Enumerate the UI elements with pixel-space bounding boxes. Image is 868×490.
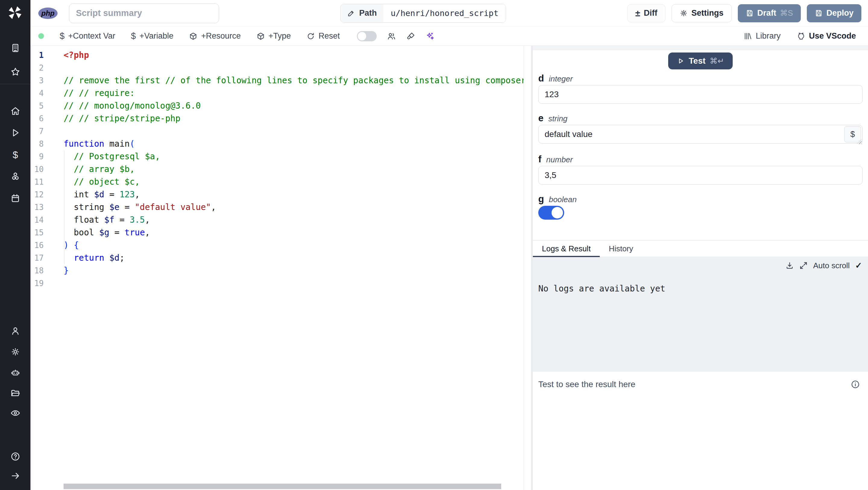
summary-input[interactable]	[69, 3, 219, 23]
code-line[interactable]: 10 // array $b,	[30, 163, 524, 176]
favorites-star-icon[interactable]	[10, 67, 21, 77]
field-d: d integer	[538, 73, 863, 104]
autoscroll-check-icon[interactable]: ✓	[855, 261, 862, 270]
deploy-button[interactable]: Deploy	[807, 4, 861, 22]
status-dot	[38, 33, 44, 39]
field-type: number	[546, 155, 572, 165]
test-row: Test ⌘↵	[533, 50, 868, 73]
workers-robot-icon[interactable]	[10, 368, 21, 378]
code-line[interactable]: 9 // Postgresql $a,	[30, 150, 524, 163]
help-icon[interactable]	[10, 451, 21, 462]
library-button[interactable]: Library	[744, 31, 781, 41]
line-number: 18	[30, 264, 44, 277]
folders-icon[interactable]	[10, 388, 21, 398]
download-icon[interactable]	[785, 261, 794, 270]
workspace-icon[interactable]	[10, 43, 21, 53]
line-number: 8	[30, 138, 44, 150]
add-variable-button[interactable]: $ +Variable	[131, 31, 173, 41]
code-line[interactable]: 18}	[30, 264, 524, 277]
horizontal-scrollbar[interactable]	[64, 484, 501, 489]
diff-mode-toggle[interactable]	[357, 31, 377, 41]
package-icon	[189, 32, 197, 40]
code-line[interactable]: 5// // monolog/monolog@3.6.0	[30, 99, 524, 112]
home-icon[interactable]	[10, 106, 21, 116]
logs-empty-message: No logs are available yet	[538, 284, 862, 294]
code-line[interactable]: 11 // object $c,	[30, 176, 524, 188]
field-d-input[interactable]	[538, 85, 863, 104]
language-badge: php	[38, 7, 58, 19]
code-line[interactable]: 3// remove the first // of the following…	[30, 74, 524, 87]
reset-button[interactable]: Reset	[307, 31, 340, 41]
dollar-icon: $	[131, 31, 135, 41]
collapse-arrow-right-icon[interactable]	[10, 471, 21, 481]
line-number: 17	[30, 252, 44, 264]
insert-variable-button[interactable]: $	[844, 126, 861, 142]
code-line[interactable]: 17 return $d;	[30, 252, 524, 264]
add-resource-button[interactable]: +Resource	[189, 31, 241, 41]
line-number: 12	[30, 188, 44, 201]
line-number: 1	[30, 49, 44, 62]
field-label: g boolean	[538, 194, 863, 204]
code-editor[interactable]: 1<?php23// remove the first // of the fo…	[30, 46, 524, 490]
add-type-button[interactable]: +Type	[256, 31, 291, 41]
tab-logs-result[interactable]: Logs & Result	[533, 240, 600, 257]
settings-gear-icon[interactable]	[10, 347, 21, 357]
multiplayer-users-icon[interactable]	[387, 32, 396, 41]
code-line[interactable]: 13 string $e = "default value",	[30, 201, 524, 213]
sidebar-divider	[0, 84, 30, 84]
field-e-textarea[interactable]: default value	[538, 125, 863, 144]
code-line[interactable]: 4// // require:	[30, 87, 524, 99]
panel-top-strip	[533, 46, 868, 50]
variables-dollar-icon[interactable]: $	[10, 150, 21, 160]
code-line[interactable]: 12 int $d = 123,	[30, 188, 524, 201]
code-line[interactable]: 2	[30, 62, 524, 74]
expand-icon[interactable]	[799, 261, 808, 270]
topbar-buttons: ± Diff Settings Draft ⌘S Deploy	[627, 4, 861, 22]
path-edit[interactable]: Path	[341, 4, 384, 22]
runs-play-icon[interactable]	[10, 127, 21, 138]
user-icon[interactable]	[10, 326, 21, 336]
windmill-logo-icon[interactable]	[7, 4, 24, 21]
format-brush-icon[interactable]	[406, 32, 415, 41]
test-button[interactable]: Test ⌘↵	[668, 53, 733, 69]
field-g-toggle[interactable]	[538, 206, 564, 220]
info-icon[interactable]	[850, 380, 860, 391]
audit-eye-icon[interactable]	[10, 408, 21, 418]
resources-cubes-icon[interactable]	[10, 171, 21, 182]
code-line[interactable]: 6// // stripe/stripe-php	[30, 112, 524, 125]
main-content: 1<?php23// remove the first // of the fo…	[30, 46, 868, 490]
path-chip[interactable]: Path u/henri/honored_script	[340, 4, 506, 23]
code-line[interactable]: 7	[30, 125, 524, 138]
reset-icon	[307, 32, 315, 40]
field-label: e string	[538, 113, 863, 123]
code-line[interactable]: 15 bool $g = true,	[30, 226, 524, 239]
draft-button[interactable]: Draft ⌘S	[738, 4, 801, 22]
plus-minus-icon: ±	[635, 9, 640, 18]
use-vscode-button[interactable]: Use VScode	[797, 31, 856, 41]
code-line[interactable]: 8function main(	[30, 138, 524, 150]
field-type: integer	[549, 74, 573, 84]
gear-icon	[680, 9, 688, 17]
code-line[interactable]: 19	[30, 277, 524, 290]
test-shortcut: ⌘↵	[710, 56, 724, 66]
code-line[interactable]: 14 float $f = 3.5,	[30, 213, 524, 226]
schedules-calendar-icon[interactable]	[10, 193, 21, 203]
ai-sparkles-icon[interactable]	[426, 32, 435, 41]
code-line[interactable]: 1<?php	[30, 49, 524, 62]
add-context-var-button[interactable]: $ +Context Var	[60, 31, 115, 41]
diff-button[interactable]: ± Diff	[627, 4, 665, 22]
field-label: d integer	[538, 73, 863, 83]
settings-button[interactable]: Settings	[672, 4, 732, 22]
panel-splitter[interactable]	[524, 46, 533, 490]
field-f-input[interactable]	[538, 166, 863, 185]
line-number: 6	[30, 112, 44, 125]
editor-toolbar: $ +Context Var $ +Variable +Resource +Ty…	[30, 27, 868, 46]
line-number: 2	[30, 62, 44, 74]
library-icon	[744, 32, 752, 40]
tab-history[interactable]: History	[600, 240, 642, 257]
code-line[interactable]: 16) {	[30, 239, 524, 252]
save-icon	[815, 9, 823, 17]
line-number: 9	[30, 150, 44, 163]
field-label: f number	[538, 154, 863, 164]
play-icon	[677, 57, 684, 65]
